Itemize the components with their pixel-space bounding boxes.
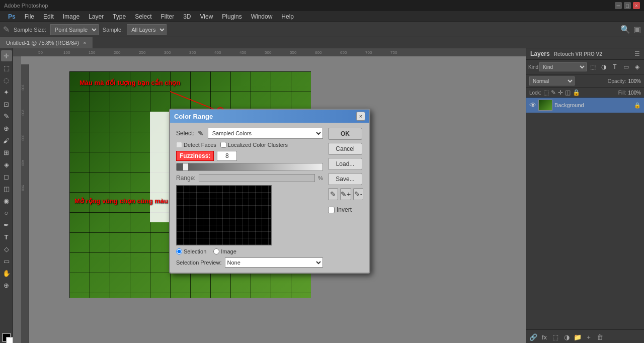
localized-clusters-checkbox-item[interactable]: Localized Color Clusters bbox=[220, 142, 288, 148]
selection-preview-select[interactable]: None bbox=[225, 258, 324, 268]
menu-ps[interactable]: Ps bbox=[4, 12, 20, 21]
hand-tool[interactable]: ✋ bbox=[1, 268, 12, 279]
layer-thumbnail bbox=[538, 100, 552, 111]
left-toolbar: ✛ ⬚ ◌ ✦ ⊡ ✎ ⊕ 🖌 ⊞ ◈ ◻ ◫ ◉ ○ ✒ T ◇ ▭ ✋ ⊕ bbox=[0, 48, 13, 343]
type-filter-button[interactable]: T bbox=[610, 62, 620, 72]
blend-mode-select[interactable]: Normal bbox=[529, 76, 575, 85]
menu-3d[interactable]: 3D bbox=[179, 12, 195, 21]
sample-size-select[interactable]: Point Sample bbox=[50, 24, 99, 35]
range-slider[interactable] bbox=[199, 174, 315, 182]
menu-type[interactable]: Type bbox=[109, 12, 130, 21]
smartobj-filter-button[interactable]: ◈ bbox=[632, 62, 642, 72]
eyedropper-tool[interactable]: ✎ bbox=[1, 111, 12, 122]
retouch-title: Retouch VR PRO V2 bbox=[554, 51, 602, 57]
panel-menu-icon[interactable]: ☰ bbox=[634, 50, 640, 57]
lock-transparent-icon[interactable]: ⬚ bbox=[543, 89, 549, 96]
menu-image[interactable]: Image bbox=[59, 12, 84, 21]
close-button[interactable]: × bbox=[633, 2, 640, 9]
healing-tool[interactable]: ⊕ bbox=[1, 123, 12, 134]
ok-button[interactable]: OK bbox=[328, 128, 362, 140]
fuzziness-input[interactable] bbox=[217, 151, 237, 161]
zoom-tool[interactable]: ⊕ bbox=[1, 280, 12, 291]
menu-select[interactable]: Select bbox=[131, 12, 155, 21]
crop-tool[interactable]: ⊡ bbox=[1, 99, 12, 110]
selection-radio[interactable] bbox=[176, 248, 182, 254]
invert-checkbox[interactable] bbox=[328, 207, 335, 213]
magic-wand-tool[interactable]: ✦ bbox=[1, 87, 12, 98]
dialog-titlebar[interactable]: Color Range × bbox=[170, 110, 369, 123]
add-mask-button[interactable]: ⬚ bbox=[550, 332, 560, 342]
clone-tool[interactable]: ⊞ bbox=[1, 147, 12, 158]
shape-tool[interactable]: ▭ bbox=[1, 255, 12, 267]
localized-clusters-label: Localized Color Clusters bbox=[228, 142, 288, 148]
menu-help[interactable]: Help bbox=[277, 12, 298, 21]
load-button[interactable]: Load... bbox=[328, 158, 362, 170]
eyedropper-subtract-button[interactable]: ✎- bbox=[353, 188, 363, 200]
document-tab[interactable]: Untitled-1 @ 75.8% (RGB/8#) × bbox=[0, 37, 93, 48]
lock-all-icon[interactable]: 🔒 bbox=[573, 89, 580, 96]
menu-filter[interactable]: Filter bbox=[156, 12, 178, 21]
all-layers-select[interactable]: All Layers bbox=[127, 24, 167, 35]
menu-view[interactable]: View bbox=[196, 12, 217, 21]
minimize-button[interactable]: ─ bbox=[615, 2, 622, 9]
history-tool[interactable]: ◈ bbox=[1, 159, 12, 170]
layer-background[interactable]: 👁 Background 🔒 bbox=[526, 98, 644, 113]
eyedropper-add-button[interactable]: ✎+ bbox=[340, 188, 351, 200]
save-button[interactable]: Save... bbox=[328, 173, 362, 185]
shape-filter-button[interactable]: ▭ bbox=[621, 62, 631, 72]
path-tool[interactable]: ◇ bbox=[1, 243, 12, 254]
checkbox-row: Detect Faces Localized Color Clusters bbox=[176, 142, 323, 148]
lock-artboard-icon[interactable]: ◫ bbox=[565, 89, 571, 96]
marquee-tool[interactable]: ⬚ bbox=[1, 62, 12, 73]
cancel-button[interactable]: Cancel bbox=[328, 143, 362, 155]
delete-layer-button[interactable]: 🗑 bbox=[595, 332, 605, 342]
add-effect-button[interactable]: fx bbox=[539, 332, 549, 342]
layers-title: Layers bbox=[530, 50, 550, 57]
detect-faces-checkbox[interactable] bbox=[176, 142, 182, 148]
layer-visibility-icon[interactable]: 👁 bbox=[529, 101, 536, 109]
pixel-filter-button[interactable]: ⬚ bbox=[588, 62, 598, 72]
menu-edit[interactable]: Edit bbox=[39, 12, 58, 21]
dodge-tool[interactable]: ○ bbox=[1, 207, 12, 218]
detect-faces-checkbox-item[interactable]: Detect Faces bbox=[176, 142, 216, 148]
color-range-dialog[interactable]: Color Range × Select: ✎ Sampled Colors bbox=[169, 109, 370, 274]
eyedropper-normal-button[interactable]: ✎ bbox=[328, 188, 338, 200]
localized-clusters-checkbox[interactable] bbox=[220, 142, 226, 148]
menu-layer[interactable]: Layer bbox=[85, 12, 108, 21]
link-layers-button[interactable]: 🔗 bbox=[528, 332, 538, 342]
kind-select[interactable]: Kind bbox=[539, 62, 587, 71]
menu-plugins[interactable]: Plugins bbox=[218, 12, 246, 21]
gradient-tool[interactable]: ◫ bbox=[1, 183, 12, 194]
image-radio[interactable] bbox=[213, 248, 219, 254]
image-radio-item[interactable]: Image bbox=[213, 248, 236, 254]
add-group-button[interactable]: 📁 bbox=[573, 332, 583, 342]
blur-tool[interactable]: ◉ bbox=[1, 195, 12, 206]
search-icon[interactable]: 🔍 bbox=[620, 25, 630, 34]
layout-icon[interactable]: ▣ bbox=[633, 25, 641, 34]
move-tool[interactable]: ✛ bbox=[1, 50, 12, 61]
fuzziness-slider[interactable] bbox=[176, 163, 323, 171]
foreground-color[interactable] bbox=[2, 333, 11, 342]
selection-radio-item[interactable]: Selection bbox=[176, 248, 206, 254]
lock-move-icon[interactable]: ✛ bbox=[558, 89, 563, 96]
brush-tool[interactable]: 🖌 bbox=[1, 135, 12, 146]
menu-window[interactable]: Window bbox=[247, 12, 277, 21]
opacity-label: Opacity: bbox=[608, 78, 626, 84]
text-tool[interactable]: T bbox=[1, 231, 12, 242]
fuzziness-slider-thumb[interactable] bbox=[183, 163, 189, 171]
menu-file[interactable]: File bbox=[21, 12, 38, 21]
lock-row: Lock: ⬚ ✎ ✛ ◫ 🔒 Fill: 100% bbox=[526, 88, 644, 98]
maximize-button[interactable]: □ bbox=[624, 2, 631, 9]
eyedropper-tool-icon[interactable]: ✎ bbox=[3, 25, 10, 34]
add-adjustment-button[interactable]: ◑ bbox=[561, 332, 572, 342]
adjustment-filter-button[interactable]: ◑ bbox=[599, 62, 609, 72]
tab-close-icon[interactable]: × bbox=[83, 40, 86, 46]
select-dropdown[interactable]: Sampled Colors bbox=[208, 128, 323, 139]
add-layer-button[interactable]: + bbox=[584, 332, 594, 342]
pen-tool[interactable]: ✒ bbox=[1, 219, 12, 230]
lasso-tool[interactable]: ◌ bbox=[1, 74, 12, 85]
lock-paint-icon[interactable]: ✎ bbox=[551, 89, 556, 96]
eraser-tool[interactable]: ◻ bbox=[1, 171, 12, 182]
panel-header: Layers Retouch VR PRO V2 ☰ bbox=[526, 48, 644, 60]
dialog-close-button[interactable]: × bbox=[356, 112, 365, 121]
